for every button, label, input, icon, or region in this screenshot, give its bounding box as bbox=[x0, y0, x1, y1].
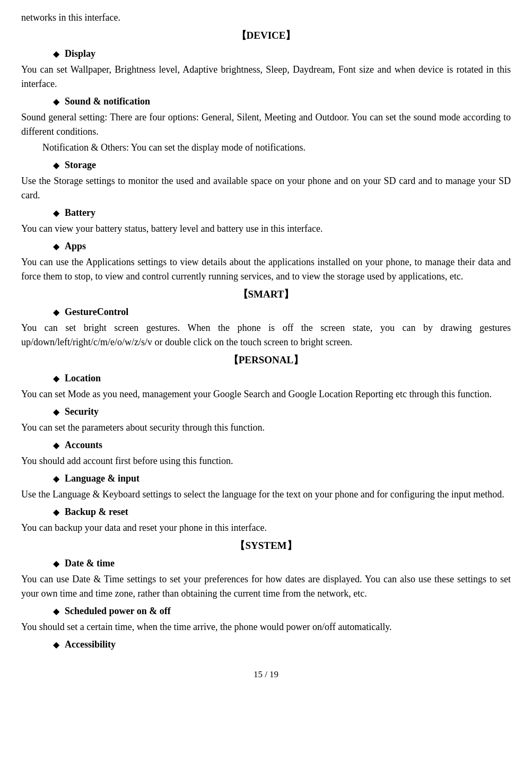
backup-label: Backup & reset bbox=[65, 505, 128, 519]
diamond-icon: ◆ bbox=[53, 306, 59, 319]
diamond-icon: ◆ bbox=[53, 48, 59, 60]
accounts-label: Accounts bbox=[65, 438, 102, 452]
sound-notification-text: Notification & Others: You can set the d… bbox=[42, 141, 511, 155]
apps-bullet: ◆ Apps bbox=[53, 239, 511, 253]
intro-paragraph: networks in this interface. bbox=[21, 11, 511, 25]
datetime-label: Date & time bbox=[65, 556, 115, 571]
accounts-text: You should add account first before usin… bbox=[21, 454, 511, 468]
location-label: Location bbox=[65, 371, 101, 386]
battery-label: Battery bbox=[65, 206, 95, 220]
sound-general-text: Sound general setting: There are four op… bbox=[21, 110, 511, 139]
storage-text: Use the Storage settings to monitor the … bbox=[21, 174, 511, 203]
diamond-icon: ◆ bbox=[53, 240, 59, 253]
gesture-text: You can set bright screen gestures. When… bbox=[21, 321, 511, 349]
display-text: You can set Wallpaper, Brightness level,… bbox=[21, 63, 511, 91]
gesture-label: GestureControl bbox=[65, 305, 128, 319]
diamond-icon: ◆ bbox=[53, 473, 59, 485]
gesture-bullet: ◆ GestureControl bbox=[53, 305, 511, 319]
datetime-text: You can use Date & Time settings to set … bbox=[21, 572, 511, 601]
display-bullet: ◆ Display bbox=[53, 47, 511, 61]
security-label: Security bbox=[65, 405, 99, 419]
datetime-bullet: ◆ Date & time bbox=[53, 556, 511, 571]
apps-label: Apps bbox=[65, 239, 86, 253]
security-text: You can set the parameters about securit… bbox=[21, 421, 511, 435]
accounts-bullet: ◆ Accounts bbox=[53, 438, 511, 452]
smart-section-header: 【SMART】 bbox=[21, 287, 511, 302]
page-footer: 15 / 19 bbox=[21, 668, 511, 681]
security-bullet: ◆ Security bbox=[53, 405, 511, 419]
diamond-icon: ◆ bbox=[53, 639, 59, 651]
storage-label: Storage bbox=[65, 158, 96, 172]
content-wrapper: networks in this interface. 【DEVICE】 ◆ D… bbox=[21, 11, 511, 681]
apps-text: You can use the Applications settings to… bbox=[21, 255, 511, 284]
sound-bullet: ◆ Sound & notification bbox=[53, 94, 511, 109]
personal-section-header: 【PERSONAL】 bbox=[21, 353, 511, 368]
language-text: Use the Language & Keyboard settings to … bbox=[21, 487, 511, 502]
language-label: Language & input bbox=[65, 471, 139, 486]
scheduled-bullet: ◆ Scheduled power on & off bbox=[53, 604, 511, 618]
system-section-header: 【SYSTEM】 bbox=[21, 538, 511, 554]
display-label: Display bbox=[65, 47, 95, 61]
diamond-icon: ◆ bbox=[53, 207, 59, 220]
location-text: You can set Mode as you need, management… bbox=[21, 387, 511, 401]
backup-text: You can backup your data and reset your … bbox=[21, 521, 511, 535]
diamond-icon: ◆ bbox=[53, 439, 59, 452]
battery-text: You can view your battery status, batter… bbox=[21, 222, 511, 236]
diamond-icon: ◆ bbox=[53, 506, 59, 519]
diamond-icon: ◆ bbox=[53, 557, 59, 570]
battery-bullet: ◆ Battery bbox=[53, 206, 511, 220]
scheduled-text: You should set a certain time, when the … bbox=[21, 620, 511, 634]
diamond-icon: ◆ bbox=[53, 95, 59, 108]
diamond-icon: ◆ bbox=[53, 605, 59, 618]
diamond-icon: ◆ bbox=[53, 406, 59, 418]
storage-bullet: ◆ Storage bbox=[53, 158, 511, 172]
sound-label: Sound & notification bbox=[65, 94, 150, 109]
accessibility-label: Accessibility bbox=[65, 637, 116, 652]
diamond-icon: ◆ bbox=[53, 372, 59, 385]
accessibility-bullet: ◆ Accessibility bbox=[53, 637, 511, 652]
location-bullet: ◆ Location bbox=[53, 371, 511, 386]
language-bullet: ◆ Language & input bbox=[53, 471, 511, 486]
backup-bullet: ◆ Backup & reset bbox=[53, 505, 511, 519]
device-section-header: 【DEVICE】 bbox=[21, 28, 511, 43]
diamond-icon: ◆ bbox=[53, 159, 59, 172]
scheduled-label: Scheduled power on & off bbox=[65, 604, 171, 618]
